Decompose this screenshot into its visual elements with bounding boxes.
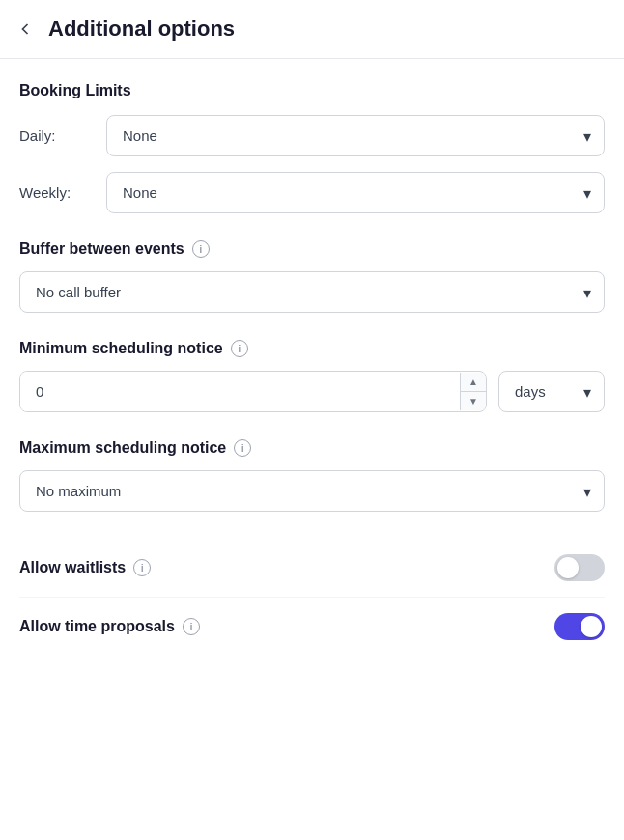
weekly-label: Weekly: xyxy=(19,184,106,201)
weekly-field-row: Weekly: None 1 2 3 4 5 10 20 ▾ xyxy=(19,172,605,213)
time-proposals-label: Allow time proposals xyxy=(19,618,175,635)
min-notice-row: ▲ ▼ minutes hours days weeks ▾ xyxy=(19,371,605,412)
waitlists-label: Allow waitlists xyxy=(19,559,126,576)
back-button[interactable] xyxy=(15,15,43,42)
time-proposals-thumb xyxy=(581,616,602,637)
time-proposals-info-icon[interactable]: i xyxy=(183,618,200,635)
back-icon xyxy=(15,19,35,39)
buffer-section: Buffer between events i No call buffer 5… xyxy=(19,240,605,313)
min-notice-unit-wrapper: minutes hours days weeks ▾ xyxy=(498,371,605,412)
max-notice-header: Maximum scheduling notice i xyxy=(19,439,605,457)
min-notice-unit-select[interactable]: minutes hours days weeks xyxy=(498,371,605,412)
min-notice-number-wrapper: ▲ ▼ xyxy=(19,371,487,412)
waitlists-thumb xyxy=(557,557,579,578)
min-notice-number-input[interactable] xyxy=(20,372,460,411)
buffer-info-icon[interactable]: i xyxy=(192,240,210,258)
buffer-header: Buffer between events i xyxy=(19,240,605,258)
min-notice-header: Minimum scheduling notice i xyxy=(19,340,605,357)
min-notice-increment-button[interactable]: ▲ xyxy=(461,373,486,392)
waitlists-row: Allow waitlists i xyxy=(19,539,605,598)
waitlists-info-icon[interactable]: i xyxy=(133,559,151,576)
min-notice-section: Minimum scheduling notice i ▲ ▼ minutes … xyxy=(19,340,605,412)
daily-label: Daily: xyxy=(19,127,106,144)
buffer-select[interactable]: No call buffer 5 minutes 10 minutes 15 m… xyxy=(19,271,605,313)
page-title: Additional options xyxy=(48,16,235,42)
content: Booking Limits Daily: None 1 2 3 4 5 10 … xyxy=(0,59,624,679)
max-notice-select-wrapper: No maximum 1 day 2 days 3 days 1 week 2 … xyxy=(19,470,605,512)
min-notice-info-icon[interactable]: i xyxy=(231,340,248,357)
waitlists-label-group: Allow waitlists i xyxy=(19,559,151,576)
min-notice-spinners: ▲ ▼ xyxy=(460,373,486,410)
time-proposals-label-group: Allow time proposals i xyxy=(19,618,200,635)
booking-limits-title: Booking Limits xyxy=(19,82,605,99)
buffer-select-wrapper: No call buffer 5 minutes 10 minutes 15 m… xyxy=(19,271,605,313)
weekly-select-wrapper: None 1 2 3 4 5 10 20 ▾ xyxy=(106,172,605,213)
header: Additional options xyxy=(0,0,624,59)
time-proposals-toggle[interactable] xyxy=(554,613,605,640)
max-notice-select[interactable]: No maximum 1 day 2 days 3 days 1 week 2 … xyxy=(19,470,605,512)
min-notice-title: Minimum scheduling notice xyxy=(19,340,223,357)
daily-select[interactable]: None 1 2 3 4 5 10 20 xyxy=(106,115,605,156)
daily-select-wrapper: None 1 2 3 4 5 10 20 ▾ xyxy=(106,115,605,156)
time-proposals-row: Allow time proposals i xyxy=(19,598,605,656)
max-notice-title: Maximum scheduling notice xyxy=(19,439,226,457)
daily-field-row: Daily: None 1 2 3 4 5 10 20 ▾ xyxy=(19,115,605,156)
booking-limits-section: Booking Limits Daily: None 1 2 3 4 5 10 … xyxy=(19,82,605,213)
max-notice-section: Maximum scheduling notice i No maximum 1… xyxy=(19,439,605,512)
min-notice-decrement-button[interactable]: ▼ xyxy=(461,392,486,410)
weekly-select[interactable]: None 1 2 3 4 5 10 20 xyxy=(106,172,605,213)
max-notice-info-icon[interactable]: i xyxy=(234,439,251,457)
buffer-title: Buffer between events xyxy=(19,240,184,258)
waitlists-toggle[interactable] xyxy=(554,554,605,581)
